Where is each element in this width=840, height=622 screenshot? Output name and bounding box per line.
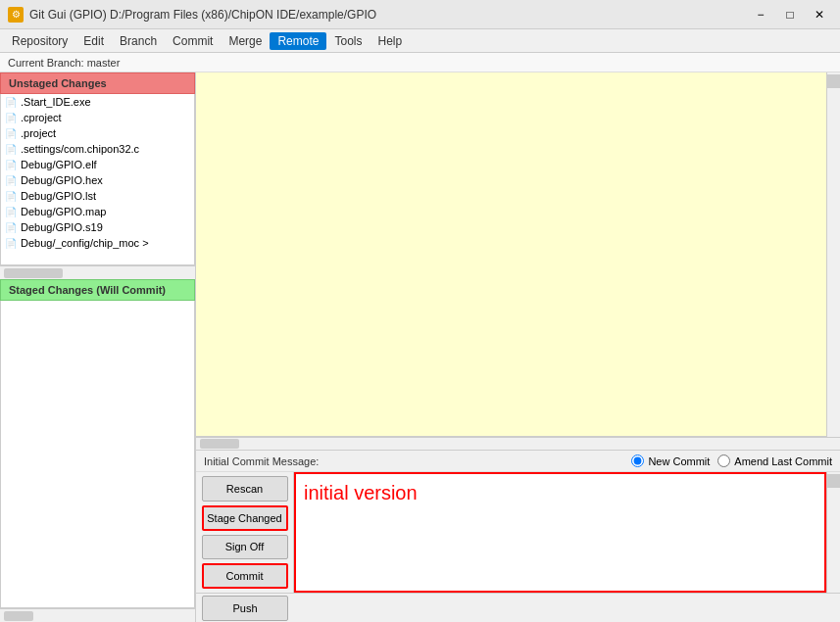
list-item[interactable]: 📄 Debug/GPIO.elf (1, 157, 194, 172)
unstaged-section: Unstaged Changes 📄 .Start_IDE.exe 📄 .cpr… (0, 72, 195, 279)
diff-hscroll[interactable] (196, 437, 840, 451)
left-panel-inner: Unstaged Changes 📄 .Start_IDE.exe 📄 .cpr… (0, 72, 195, 622)
new-commit-option[interactable]: New Commit (631, 455, 710, 467)
list-item[interactable]: 📄 .project (1, 125, 194, 141)
new-commit-label: New Commit (648, 455, 710, 467)
amend-commit-option[interactable]: Amend Last Commit (717, 455, 832, 467)
left-panel: Unstaged Changes 📄 .Start_IDE.exe 📄 .cpr… (0, 72, 196, 622)
file-icon: 📄 (5, 144, 17, 155)
list-item[interactable]: 📄 Debug/GPIO.hex (1, 172, 194, 188)
commit-area: Initial Commit Message: New Commit Amend… (196, 451, 840, 622)
radio-group: New Commit Amend Last Commit (631, 455, 832, 467)
staged-header: Staged Changes (Will Commit) (0, 279, 195, 301)
right-area: Initial Commit Message: New Commit Amend… (196, 72, 840, 622)
commit-message-label: Initial Commit Message: (204, 455, 319, 467)
stage-changed-button[interactable]: Stage Changed (202, 505, 288, 531)
commit-message-row: Rescan Stage Changed Sign Off Commit ini… (196, 472, 840, 593)
menu-item-tools[interactable]: Tools (326, 32, 370, 50)
menu-item-help[interactable]: Help (370, 32, 410, 50)
file-name: .settings/com.chipon32.c (21, 143, 139, 155)
menu-item-remote[interactable]: Remote (270, 32, 326, 50)
unstaged-file-list[interactable]: 📄 .Start_IDE.exe 📄 .cproject 📄 .project … (0, 94, 195, 265)
diff-container (196, 72, 840, 437)
list-item[interactable]: 📄 .settings/com.chipon32.c (1, 141, 194, 157)
file-icon: 📄 (5, 128, 17, 139)
amend-commit-radio[interactable] (717, 455, 730, 467)
file-icon: 📄 (5, 191, 17, 202)
branch-bar: Current Branch: master (0, 53, 840, 72)
amend-commit-label: Amend Last Commit (734, 455, 832, 467)
current-branch-text: Current Branch: master (8, 57, 120, 69)
list-item[interactable]: 📄 .cproject (1, 110, 194, 125)
diff-area (196, 72, 826, 437)
app-icon: ⚙ (8, 7, 24, 23)
file-name: .Start_IDE.exe (21, 96, 91, 108)
sign-off-button[interactable]: Sign Off (202, 535, 288, 560)
list-item[interactable]: 📄 Debug/GPIO.lst (1, 188, 194, 204)
menu-item-edit[interactable]: Edit (75, 32, 112, 50)
list-item[interactable]: 📄 .Start_IDE.exe (1, 94, 194, 110)
menu-item-commit[interactable]: Commit (165, 32, 221, 50)
file-name: Debug/GPIO.map (21, 206, 106, 217)
file-name: Debug/GPIO.s19 (21, 221, 103, 233)
main-content: Unstaged Changes 📄 .Start_IDE.exe 📄 .cpr… (0, 72, 840, 622)
title-bar: ⚙ Git Gui (GPIO) D:/Program Files (x86)/… (0, 0, 840, 29)
staged-hscroll[interactable] (0, 608, 195, 622)
window-title: Git Gui (GPIO) D:/Program Files (x86)/Ch… (29, 8, 748, 22)
window-controls: − □ ✕ (748, 5, 832, 24)
action-buttons: Rescan Stage Changed Sign Off Commit (196, 472, 294, 593)
minimize-button[interactable]: − (748, 5, 773, 24)
file-name: Debug/GPIO.elf (21, 159, 97, 170)
rescan-button[interactable]: Rescan (202, 476, 288, 502)
diff-vscroll[interactable] (826, 72, 840, 437)
list-item[interactable]: 📄 Debug/GPIO.s19 (1, 219, 194, 235)
file-icon: 📄 (5, 207, 17, 217)
push-button[interactable]: Push (202, 596, 288, 621)
file-icon: 📄 (5, 160, 17, 170)
list-item[interactable]: 📄 Debug/_config/chip_moc > (1, 235, 194, 251)
file-icon: 📄 (5, 113, 17, 123)
file-icon: 📄 (5, 222, 17, 233)
file-name: Debug/GPIO.hex (21, 174, 103, 186)
unstaged-hscroll[interactable] (0, 265, 195, 279)
menu-bar: Repository Edit Branch Commit Merge Remo… (0, 29, 840, 53)
list-item[interactable]: 📄 Debug/GPIO.map (1, 204, 194, 219)
file-icon: 📄 (5, 175, 17, 186)
commit-vscroll[interactable] (826, 472, 840, 593)
file-name: Debug/GPIO.lst (21, 190, 96, 202)
file-icon: 📄 (5, 97, 17, 108)
commit-message-input[interactable]: initial version (294, 472, 826, 593)
staged-file-list[interactable] (0, 301, 195, 608)
commit-button[interactable]: Commit (202, 563, 288, 589)
new-commit-radio[interactable] (631, 455, 644, 467)
menu-item-merge[interactable]: Merge (221, 32, 270, 50)
menu-item-branch[interactable]: Branch (112, 32, 165, 50)
file-name: .project (21, 127, 56, 139)
commit-text-container: initial version (294, 472, 840, 593)
unstaged-header: Unstaged Changes (0, 72, 195, 94)
file-name: .cproject (21, 112, 62, 123)
maximize-button[interactable]: □ (777, 5, 803, 24)
close-button[interactable]: ✕ (807, 5, 832, 24)
staged-section: Staged Changes (Will Commit) (0, 279, 195, 622)
menu-item-repository[interactable]: Repository (4, 32, 75, 50)
file-icon: 📄 (5, 238, 17, 249)
file-name: Debug/_config/chip_moc > (21, 237, 149, 249)
commit-message-header: Initial Commit Message: New Commit Amend… (196, 451, 840, 472)
push-row: Push (196, 593, 840, 622)
